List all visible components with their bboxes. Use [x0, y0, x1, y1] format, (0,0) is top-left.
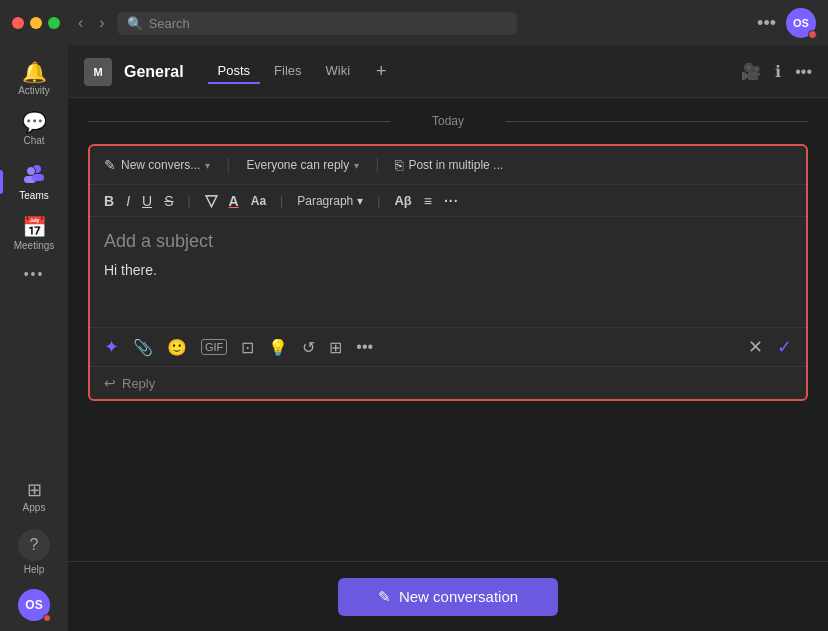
tab-posts[interactable]: Posts	[208, 59, 261, 84]
compose-body[interactable]: Add a subject Hi there.	[90, 217, 806, 327]
sidebar-item-teams[interactable]: Teams	[0, 154, 68, 209]
activity-icon: 🔔	[22, 62, 47, 82]
reply-label: Reply	[122, 376, 155, 391]
main-content: M General Posts Files Wiki + 🎥 ℹ ••• Tod…	[68, 46, 828, 631]
compose-formatting: B I U S | ▽ A Aa | Paragraph ▾ | Aβ ≡ ··…	[90, 185, 806, 217]
sidebar-item-label: Apps	[23, 502, 46, 513]
sidebar-item-label: Teams	[19, 190, 48, 201]
text-style-button[interactable]: Aβ	[394, 193, 411, 208]
edit-icon: ✎	[104, 157, 116, 173]
compose-box: ✎ New convers... ▾ | Everyone can reply …	[88, 144, 808, 401]
more-options-button[interactable]: •••	[757, 13, 776, 34]
notification-dot	[808, 30, 817, 39]
title-bar-right: ••• OS	[757, 8, 816, 38]
search-icon: 🔍	[127, 16, 143, 31]
channel-header: M General Posts Files Wiki + 🎥 ℹ •••	[68, 46, 828, 98]
user-avatar[interactable]: OS	[786, 8, 816, 38]
svg-rect-3	[32, 174, 44, 181]
new-conversation-button[interactable]: ✎ New convers... ▾	[104, 157, 210, 173]
more-channel-button[interactable]: •••	[795, 63, 812, 81]
team-icon: M	[84, 58, 112, 86]
italic-button[interactable]: I	[126, 193, 130, 209]
sidebar-item-label: Chat	[23, 135, 44, 146]
sticker-button[interactable]: ⊡	[241, 338, 254, 357]
more-icon: •••	[24, 267, 45, 281]
sidebar-item-meetings[interactable]: 📅 Meetings	[0, 209, 68, 259]
new-conversation-icon: ✎	[378, 588, 391, 606]
compose-toolbar-bottom: ✦ 📎 🙂 GIF ⊡ 💡 ↺ ⊞ ••• ✕ ✓	[90, 327, 806, 366]
chevron-down-icon: ▾	[357, 194, 363, 208]
more-format-button[interactable]: ···	[444, 193, 459, 209]
chevron-down-icon: ▾	[354, 160, 359, 171]
close-button[interactable]	[12, 17, 24, 29]
channel-header-right: 🎥 ℹ •••	[741, 62, 812, 81]
date-divider: Today	[88, 114, 808, 128]
svg-point-1	[27, 167, 36, 176]
meetings-icon: 📅	[22, 217, 47, 237]
apps-icon: ⊞	[27, 481, 42, 499]
highlight-button[interactable]: ▽	[205, 191, 217, 210]
sidebar-item-activity[interactable]: 🔔 Activity	[0, 54, 68, 104]
help-button[interactable]: ?	[18, 529, 50, 561]
bottom-bar: ✎ New conversation	[68, 561, 828, 631]
minimize-button[interactable]	[30, 17, 42, 29]
forward-button[interactable]: ›	[95, 12, 108, 34]
compose-toolbar-top: ✎ New convers... ▾ | Everyone can reply …	[90, 146, 806, 185]
chat-icon: 💬	[22, 112, 47, 132]
font-size-button[interactable]: Aa	[251, 194, 266, 208]
sidebar-item-apps[interactable]: ⊞ Apps	[0, 473, 68, 521]
sidebar: 🔔 Activity 💬 Chat Teams 📅 Meetings ••• ⊞…	[0, 46, 68, 631]
notification-dot-sidebar	[43, 614, 51, 622]
post-multiple-button[interactable]: ⎘ Post in multiple ...	[395, 157, 503, 173]
back-button[interactable]: ‹	[74, 12, 87, 34]
underline-button[interactable]: U	[142, 193, 152, 209]
send-button[interactable]: ✓	[777, 336, 792, 358]
new-conversation-label: New conversation	[399, 588, 518, 605]
maximize-button[interactable]	[48, 17, 60, 29]
sidebar-item-chat[interactable]: 💬 Chat	[0, 104, 68, 154]
channel-name: General	[124, 63, 184, 81]
tab-wiki[interactable]: Wiki	[316, 59, 361, 84]
stream-button[interactable]: ⊞	[329, 338, 342, 357]
reply-permission-button[interactable]: Everyone can reply ▾	[247, 158, 360, 172]
search-bar[interactable]: 🔍 Search	[117, 12, 517, 35]
font-color-button[interactable]: A	[229, 193, 239, 209]
sidebar-item-more[interactable]: •••	[0, 259, 68, 289]
attach-button[interactable]: 📎	[133, 338, 153, 357]
sidebar-item-label: Meetings	[14, 240, 55, 251]
traffic-lights	[12, 17, 60, 29]
content-area: Today ✎ New convers... ▾ | Everyone can …	[68, 98, 828, 561]
sidebar-item-help[interactable]: ? Help	[0, 521, 68, 583]
emoji-button[interactable]: 🙂	[167, 338, 187, 357]
search-placeholder: Search	[149, 16, 190, 31]
info-button[interactable]: ℹ	[775, 62, 781, 81]
reply-row[interactable]: ↩ Reply	[90, 366, 806, 399]
praise-button[interactable]: 💡	[268, 338, 288, 357]
add-tab-button[interactable]: +	[376, 61, 387, 82]
title-bar: ‹ › 🔍 Search ••• OS	[0, 0, 828, 46]
gif-button[interactable]: GIF	[201, 339, 227, 355]
help-label: Help	[24, 564, 45, 575]
more-actions-button[interactable]: •••	[356, 338, 373, 356]
bold-button[interactable]: B	[104, 193, 114, 209]
tab-files[interactable]: Files	[264, 59, 311, 84]
discard-button[interactable]: ✕	[748, 336, 763, 358]
ai-button[interactable]: ✦	[104, 336, 119, 358]
align-button[interactable]: ≡	[424, 193, 432, 209]
new-conversation-main-button[interactable]: ✎ New conversation	[338, 578, 558, 616]
compose-text[interactable]: Hi there.	[104, 262, 792, 278]
reply-icon: ↩	[104, 375, 116, 391]
sidebar-item-label: Activity	[18, 85, 50, 96]
teams-icon	[23, 162, 45, 187]
paragraph-dropdown[interactable]: Paragraph ▾	[297, 194, 363, 208]
user-avatar-sidebar[interactable]: OS	[18, 589, 50, 621]
copy-icon: ⎘	[395, 157, 403, 173]
sidebar-bottom: ⊞ Apps ? Help OS	[0, 473, 68, 631]
chevron-down-icon: ▾	[205, 160, 210, 171]
compose-subject[interactable]: Add a subject	[104, 231, 792, 252]
loop-button[interactable]: ↺	[302, 338, 315, 357]
channel-tabs: Posts Files Wiki	[208, 59, 361, 84]
strikethrough-button[interactable]: S	[164, 193, 173, 209]
video-call-button[interactable]: 🎥	[741, 62, 761, 81]
compose-actions-right: ✕ ✓	[748, 336, 792, 358]
